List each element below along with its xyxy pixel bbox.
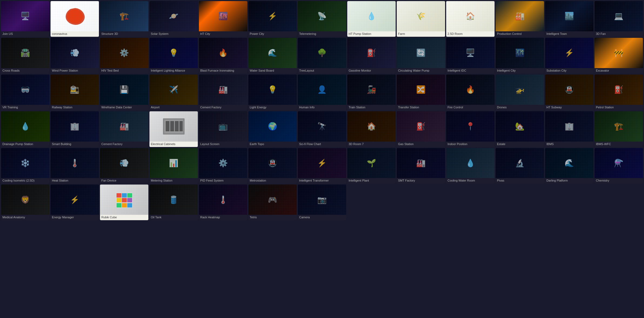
gallery-item[interactable]: 🌱 Intelligent Plant bbox=[347, 148, 396, 184]
gallery-item-thumbnail: 🚁 bbox=[496, 75, 544, 105]
gallery-item[interactable]: 📷 Camera bbox=[298, 185, 346, 220]
gallery-item-thumbnail: ✈️ bbox=[149, 75, 198, 105]
gallery-item[interactable]: 🚂 Train Station bbox=[347, 75, 396, 110]
gallery-item-label: Rack Heatmap bbox=[199, 215, 247, 220]
gallery-item-label: HT Pump Station bbox=[347, 31, 396, 37]
gallery-item-label: Drainage Pump Station bbox=[1, 142, 49, 147]
gallery-item[interactable]: 💨 Fan Device bbox=[100, 148, 148, 184]
gallery-item[interactable]: 🖥️ Join US bbox=[1, 1, 49, 37]
gallery-item[interactable]: 🌃 Intelligent City bbox=[496, 38, 544, 73]
gallery-item[interactable]: 🛢️ Oil Tank bbox=[149, 185, 198, 220]
gallery-item-thumbnail: 💧 bbox=[347, 1, 396, 31]
gallery-item[interactable]: 🏙️ Intelligent Town bbox=[545, 1, 593, 37]
gallery-item[interactable]: 🔭 Sci-fi Flow Chart bbox=[298, 111, 346, 147]
gallery-item[interactable]: 💡 Light Energy bbox=[248, 75, 297, 110]
gallery-item[interactable]: 🌾 Farm bbox=[397, 1, 445, 37]
gallery-item-label: Power City bbox=[248, 31, 297, 37]
gallery-item[interactable]: 🌍 Earth Topo bbox=[248, 111, 297, 147]
gallery-item[interactable]: ⛽ Petrol Station bbox=[595, 75, 643, 110]
gallery-item[interactable]: 🚁 Drones bbox=[496, 75, 544, 110]
gallery-item[interactable]: 🌳 TreeLayout bbox=[298, 38, 346, 73]
gallery-item-thumbnail: ⚙️ bbox=[199, 148, 247, 178]
gallery-item[interactable]: 💨 Wind Power Station bbox=[51, 38, 99, 73]
gallery-item-thumbnail: 🪐 bbox=[149, 1, 198, 31]
gallery-item-label: Heat Station bbox=[51, 178, 99, 183]
gallery-item[interactable]: 🚧 Excavator bbox=[595, 38, 643, 73]
gallery-item[interactable]: 🚉 Railway Station bbox=[51, 75, 99, 110]
gallery-item[interactable]: ✈️ Airport bbox=[149, 75, 198, 110]
gallery-item-thumbnail: 💨 bbox=[100, 148, 148, 178]
gallery-item[interactable]: ⛽ Gas Station bbox=[397, 111, 445, 147]
gallery-item[interactable]: 🌊 Darling Platform bbox=[545, 148, 593, 184]
gallery-item[interactable]: ⚡ Energy Manager bbox=[51, 185, 99, 220]
gallery-item-label: Inteligent Lighting Alliance bbox=[149, 68, 198, 73]
gallery-item[interactable]: 🌡️ Rack Heatmap bbox=[199, 185, 247, 220]
gallery-item[interactable]: 💧 Cooling Water Room bbox=[446, 148, 495, 184]
gallery-item[interactable]: 🚇 HT Subway bbox=[545, 75, 593, 110]
gallery-item[interactable]: 🏠 2.5D Room bbox=[446, 1, 495, 37]
gallery-item[interactable]: 🎮 Tetris bbox=[248, 185, 297, 220]
gallery-item[interactable]: 💾 Wireframe Data Center bbox=[100, 75, 148, 110]
gallery-item[interactable]: ⚡ Power City bbox=[248, 1, 297, 37]
gallery-item[interactable]: 🌊 Water Sand Board bbox=[248, 38, 297, 73]
gallery-item[interactable]: 🏗️ Structure 3D bbox=[100, 1, 148, 37]
gallery-item[interactable]: 🔥 Fire Control bbox=[446, 75, 495, 110]
gallery-item[interactable]: ⚙️ PID Feed System bbox=[199, 148, 247, 184]
gallery-item-thumbnail: ⚙️ bbox=[100, 38, 148, 68]
gallery-item-thumbnail: ⛽ bbox=[595, 75, 643, 105]
gallery-item[interactable]: 🏗️ IBMS-WFC bbox=[595, 111, 643, 147]
gallery-item[interactable]: 💡 Inteligent Lighting Alliance bbox=[149, 38, 198, 73]
gallery-item[interactable]: 🏭 SMT Factory bbox=[397, 148, 445, 184]
gallery-item[interactable]: 🔬 Pivas bbox=[496, 148, 544, 184]
gallery-item[interactable]: 📺 Layout Screen bbox=[199, 111, 247, 147]
gallery-item[interactable]: 🛣️ Cross Roads bbox=[1, 38, 49, 73]
gallery-item-label: SMT Factory bbox=[397, 178, 445, 183]
gallery-item-thumbnail: 🏙️ bbox=[545, 1, 593, 31]
gallery-item-thumbnail: ⛽ bbox=[397, 111, 445, 142]
gallery-item[interactable]: 🪐 Solar System bbox=[149, 1, 198, 37]
gallery-item-label: PID Feed System bbox=[199, 178, 247, 183]
gallery-item[interactable]: 💧 HT Pump Station bbox=[347, 1, 396, 37]
gallery-item-label: Excavator bbox=[595, 68, 643, 73]
gallery-item[interactable]: 🏭 Cement Factory bbox=[100, 111, 148, 147]
gallery-item[interactable]: ⚡ Substation City bbox=[545, 38, 593, 73]
gallery-item[interactable]: ⚙️ HIV Test Bed bbox=[100, 38, 148, 73]
gallery-item[interactable]: Electrical Cabinets bbox=[149, 111, 198, 147]
gallery-item[interactable]: Rubik Cube bbox=[100, 185, 148, 220]
gallery-item[interactable]: 🚇 Metrostation bbox=[248, 148, 297, 184]
gallery-item[interactable]: 👤 Human Info bbox=[298, 75, 346, 110]
gallery-item[interactable]: ⛽ Gasoline Monitor bbox=[347, 38, 396, 73]
gallery-item[interactable]: 🏭 Production Control bbox=[496, 1, 544, 37]
gallery-item-thumbnail: 📺 bbox=[199, 111, 247, 142]
gallery-item[interactable]: 🔄 Circulating Water Pump bbox=[397, 38, 445, 73]
gallery-item[interactable]: 🌆 HT City bbox=[199, 1, 247, 37]
gallery-item[interactable]: 🏭 Cement Factory bbox=[199, 75, 247, 110]
gallery-item[interactable]: 🔀 Transfer Station bbox=[397, 75, 445, 110]
gallery-item[interactable]: 📡 Telemetering bbox=[298, 1, 346, 37]
gallery-item[interactable]: 🏢 Smart Building bbox=[51, 111, 99, 147]
gallery-item[interactable]: 🏢 IBMS bbox=[545, 111, 593, 147]
gallery-item[interactable]: ⚡ Intelligent Transformer bbox=[298, 148, 346, 184]
gallery-item-thumbnail: 📷 bbox=[298, 185, 346, 215]
gallery-item[interactable]: 🏠 3D Room 7 bbox=[347, 111, 396, 147]
gallery-item-thumbnail: 💻 bbox=[595, 1, 643, 31]
gallery-item[interactable]: coronavirus bbox=[51, 1, 99, 37]
gallery-item[interactable]: 🥽 VR Training bbox=[1, 75, 49, 110]
gallery-item[interactable]: ❄️ Cooling Isometric (2.5D) bbox=[1, 148, 49, 184]
gallery-item[interactable]: 🖥️ Intelligent IDC bbox=[446, 38, 495, 73]
gallery-item[interactable]: 🔥 Blast Furnace Ironmaking bbox=[199, 38, 247, 73]
gallery-item[interactable]: 💧 Drainage Pump Station bbox=[1, 111, 49, 147]
gallery-item[interactable]: ⚗️ Chemistry bbox=[595, 148, 643, 184]
gallery-item-label: Intelligent Town bbox=[545, 31, 593, 37]
gallery-item[interactable]: 💻 3D Fan bbox=[595, 1, 643, 37]
gallery-item[interactable]: 📊 Metering Station bbox=[149, 148, 198, 184]
gallery-item-thumbnail: 🔥 bbox=[446, 75, 495, 105]
gallery-item-thumbnail: 🏭 bbox=[199, 75, 247, 105]
gallery-item[interactable]: 📍 Indoor Position bbox=[446, 111, 495, 147]
gallery-item[interactable]: 🏡 Estate bbox=[496, 111, 544, 147]
gallery-item-thumbnail: 🏢 bbox=[545, 111, 593, 142]
gallery-item[interactable]: 🦁 Medical Anatomy bbox=[1, 185, 49, 220]
gallery-item-label: 2.5D Room bbox=[446, 31, 495, 37]
gallery-item[interactable]: 🌡️ Heat Station bbox=[51, 148, 99, 184]
gallery-item-label: Electrical Cabinets bbox=[149, 142, 198, 147]
